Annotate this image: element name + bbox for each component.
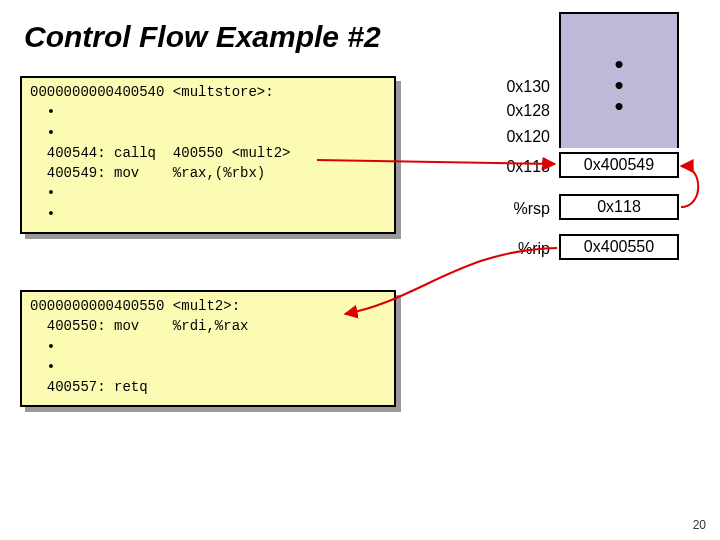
code1-l5: • — [30, 206, 55, 222]
page-title: Control Flow Example #2 — [24, 20, 381, 54]
addr-0x130: 0x130 — [484, 78, 550, 96]
page-number: 20 — [693, 518, 706, 532]
code1-header: 0000000000400540 <multstore>: — [30, 84, 274, 100]
ellipsis-icon: ••• — [609, 54, 629, 116]
stack-cell-0x118: 0x400549 — [559, 152, 679, 178]
code1-l0: • — [30, 104, 55, 120]
code1-l4: • — [30, 185, 55, 201]
code2-l0: 400550: mov %rdi,%rax — [30, 318, 248, 334]
code1-l2: 400544: callq 400550 <mult2> — [30, 145, 290, 161]
code2-l2: • — [30, 359, 55, 375]
addr-0x120: 0x120 — [484, 128, 550, 146]
rsp-label: %rsp — [484, 200, 550, 218]
addr-0x118: 0x118 — [484, 158, 550, 176]
disasm-multstore: 0000000000400540 <multstore>: • • 400544… — [20, 76, 396, 234]
rip-value: 0x400550 — [559, 234, 679, 260]
code1-l3: 400549: mov %rax,(%rbx) — [30, 165, 265, 181]
rsp-value: 0x118 — [559, 194, 679, 220]
addr-0x128: 0x128 — [484, 102, 550, 120]
code1-l1: • — [30, 125, 55, 141]
rip-label: %rip — [484, 240, 550, 258]
code2-l3: 400557: retq — [30, 379, 148, 395]
disasm-mult2: 0000000000400550 <mult2>: 400550: mov %r… — [20, 290, 396, 407]
code2-header: 0000000000400550 <mult2>: — [30, 298, 240, 314]
code2-l1: • — [30, 339, 55, 355]
